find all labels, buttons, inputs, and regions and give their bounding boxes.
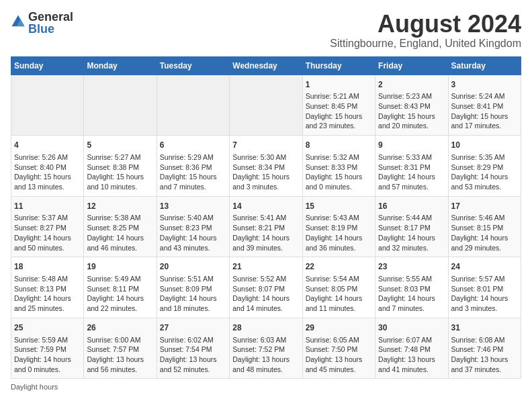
calendar-cell: 26Sunrise: 6:00 AM Sunset: 7:57 PM Dayli… — [84, 318, 157, 379]
day-info: Sunrise: 6:07 AM Sunset: 7:48 PM Dayligh… — [378, 335, 445, 375]
calendar-cell: 12Sunrise: 5:38 AM Sunset: 8:25 PM Dayli… — [84, 196, 157, 257]
day-number: 12 — [87, 201, 153, 212]
day-info: Sunrise: 5:49 AM Sunset: 8:11 PM Dayligh… — [87, 274, 153, 314]
calendar-week-row: 11Sunrise: 5:37 AM Sunset: 8:27 PM Dayli… — [11, 196, 521, 257]
calendar-cell — [230, 75, 302, 136]
day-number: 26 — [87, 322, 153, 334]
calendar-cell: 13Sunrise: 5:40 AM Sunset: 8:23 PM Dayli… — [157, 196, 229, 257]
calendar-cell: 25Sunrise: 5:59 AM Sunset: 7:59 PM Dayli… — [11, 318, 84, 379]
header-day-wednesday: Wednesday — [230, 56, 302, 75]
day-number: 30 — [378, 322, 445, 334]
day-info: Sunrise: 5:54 AM Sunset: 8:05 PM Dayligh… — [306, 274, 372, 314]
day-info: Sunrise: 6:03 AM Sunset: 7:52 PM Dayligh… — [232, 335, 299, 375]
calendar-cell: 7Sunrise: 5:30 AM Sunset: 8:34 PM Daylig… — [230, 136, 302, 197]
day-info: Sunrise: 5:52 AM Sunset: 8:07 PM Dayligh… — [232, 274, 299, 314]
day-number: 13 — [160, 201, 226, 212]
day-number: 17 — [451, 201, 518, 212]
day-info: Sunrise: 5:59 AM Sunset: 7:59 PM Dayligh… — [14, 335, 81, 375]
day-info: Sunrise: 5:35 AM Sunset: 8:29 PM Dayligh… — [451, 152, 518, 192]
day-info: Sunrise: 5:48 AM Sunset: 8:13 PM Dayligh… — [14, 274, 81, 314]
calendar-cell: 9Sunrise: 5:33 AM Sunset: 8:31 PM Daylig… — [375, 136, 448, 197]
calendar-week-row: 4Sunrise: 5:26 AM Sunset: 8:40 PM Daylig… — [11, 136, 521, 197]
day-number: 23 — [378, 261, 445, 273]
day-info: Sunrise: 5:24 AM Sunset: 8:41 PM Dayligh… — [451, 91, 518, 131]
calendar-cell: 10Sunrise: 5:35 AM Sunset: 8:29 PM Dayli… — [448, 136, 521, 197]
day-number: 21 — [232, 261, 299, 273]
calendar-cell: 18Sunrise: 5:48 AM Sunset: 8:13 PM Dayli… — [11, 257, 84, 318]
day-number: 3 — [451, 79, 518, 91]
day-number: 8 — [306, 140, 372, 151]
calendar-header-row: SundayMondayTuesdayWednesdayThursdayFrid… — [11, 56, 521, 75]
day-number: 1 — [306, 79, 372, 91]
calendar-cell: 15Sunrise: 5:43 AM Sunset: 8:19 PM Dayli… — [302, 196, 375, 257]
calendar-cell: 27Sunrise: 6:02 AM Sunset: 7:54 PM Dayli… — [157, 318, 229, 379]
day-info: Sunrise: 5:44 AM Sunset: 8:17 PM Dayligh… — [378, 213, 445, 253]
logo: General Blue — [11, 11, 73, 35]
day-info: Sunrise: 5:43 AM Sunset: 8:19 PM Dayligh… — [306, 213, 372, 253]
day-info: Sunrise: 6:00 AM Sunset: 7:57 PM Dayligh… — [87, 335, 153, 375]
day-info: Sunrise: 5:23 AM Sunset: 8:43 PM Dayligh… — [378, 91, 445, 131]
day-number: 18 — [14, 261, 81, 273]
logo-text-blue: Blue — [28, 23, 73, 35]
calendar-cell: 17Sunrise: 5:46 AM Sunset: 8:15 PM Dayli… — [448, 196, 521, 257]
logo-text-general: General — [28, 11, 73, 23]
header-day-sunday: Sunday — [11, 56, 84, 75]
day-info: Sunrise: 5:30 AM Sunset: 8:34 PM Dayligh… — [232, 152, 299, 192]
day-number: 16 — [378, 201, 445, 212]
day-number: 25 — [14, 322, 81, 334]
day-info: Sunrise: 5:29 AM Sunset: 8:36 PM Dayligh… — [160, 152, 226, 192]
header-day-saturday: Saturday — [448, 56, 521, 75]
calendar-cell: 22Sunrise: 5:54 AM Sunset: 8:05 PM Dayli… — [302, 257, 375, 318]
day-number: 15 — [306, 201, 372, 212]
month-title: August 2024 — [330, 11, 521, 38]
calendar-cell: 4Sunrise: 5:26 AM Sunset: 8:40 PM Daylig… — [11, 136, 84, 197]
day-info: Sunrise: 5:38 AM Sunset: 8:25 PM Dayligh… — [87, 213, 153, 253]
calendar-cell: 2Sunrise: 5:23 AM Sunset: 8:43 PM Daylig… — [375, 75, 448, 136]
calendar-cell: 21Sunrise: 5:52 AM Sunset: 8:07 PM Dayli… — [230, 257, 302, 318]
day-info: Sunrise: 6:05 AM Sunset: 7:50 PM Dayligh… — [306, 335, 372, 375]
calendar-cell: 24Sunrise: 5:57 AM Sunset: 8:01 PM Dayli… — [448, 257, 521, 318]
day-number: 7 — [232, 140, 299, 151]
calendar-cell — [84, 75, 157, 136]
calendar-cell: 23Sunrise: 5:55 AM Sunset: 8:03 PM Dayli… — [375, 257, 448, 318]
day-info: Sunrise: 5:57 AM Sunset: 8:01 PM Dayligh… — [451, 274, 518, 314]
calendar-cell: 3Sunrise: 5:24 AM Sunset: 8:41 PM Daylig… — [448, 75, 521, 136]
day-number: 2 — [378, 79, 445, 91]
day-number: 6 — [160, 140, 226, 151]
calendar-cell: 1Sunrise: 5:21 AM Sunset: 8:45 PM Daylig… — [302, 75, 375, 136]
day-info: Sunrise: 5:55 AM Sunset: 8:03 PM Dayligh… — [378, 274, 445, 314]
day-info: Sunrise: 5:40 AM Sunset: 8:23 PM Dayligh… — [160, 213, 226, 253]
calendar-cell: 20Sunrise: 5:51 AM Sunset: 8:09 PM Dayli… — [157, 257, 229, 318]
day-info: Sunrise: 5:21 AM Sunset: 8:45 PM Dayligh… — [306, 91, 372, 131]
title-section: August 2024 Sittingbourne, England, Unit… — [330, 11, 521, 50]
calendar-week-row: 25Sunrise: 5:59 AM Sunset: 7:59 PM Dayli… — [11, 318, 521, 379]
day-number: 28 — [232, 322, 299, 334]
calendar-cell — [11, 75, 84, 136]
header-day-monday: Monday — [84, 56, 157, 75]
calendar-cell — [157, 75, 229, 136]
location-title: Sittingbourne, England, United Kingdom — [330, 38, 521, 50]
day-info: Sunrise: 6:08 AM Sunset: 7:46 PM Dayligh… — [451, 335, 518, 375]
day-number: 24 — [451, 261, 518, 273]
header-day-tuesday: Tuesday — [157, 56, 229, 75]
day-info: Sunrise: 5:46 AM Sunset: 8:15 PM Dayligh… — [451, 213, 518, 253]
day-number: 4 — [14, 140, 81, 151]
day-number: 10 — [451, 140, 518, 151]
calendar-table: SundayMondayTuesdayWednesdayThursdayFrid… — [11, 56, 521, 379]
day-info: Sunrise: 6:02 AM Sunset: 7:54 PM Dayligh… — [160, 335, 226, 375]
day-number: 29 — [306, 322, 372, 334]
calendar-cell: 11Sunrise: 5:37 AM Sunset: 8:27 PM Dayli… — [11, 196, 84, 257]
day-info: Sunrise: 5:41 AM Sunset: 8:21 PM Dayligh… — [232, 213, 299, 253]
header-day-friday: Friday — [375, 56, 448, 75]
calendar-cell: 31Sunrise: 6:08 AM Sunset: 7:46 PM Dayli… — [448, 318, 521, 379]
calendar-cell: 30Sunrise: 6:07 AM Sunset: 7:48 PM Dayli… — [375, 318, 448, 379]
day-number: 22 — [306, 261, 372, 273]
calendar-week-row: 18Sunrise: 5:48 AM Sunset: 8:13 PM Dayli… — [11, 257, 521, 318]
day-number: 9 — [378, 140, 445, 151]
day-number: 5 — [87, 140, 153, 151]
day-number: 19 — [87, 261, 153, 273]
calendar-cell: 28Sunrise: 6:03 AM Sunset: 7:52 PM Dayli… — [230, 318, 302, 379]
day-info: Sunrise: 5:33 AM Sunset: 8:31 PM Dayligh… — [378, 152, 445, 192]
calendar-week-row: 1Sunrise: 5:21 AM Sunset: 8:45 PM Daylig… — [11, 75, 521, 136]
header-day-thursday: Thursday — [302, 56, 375, 75]
